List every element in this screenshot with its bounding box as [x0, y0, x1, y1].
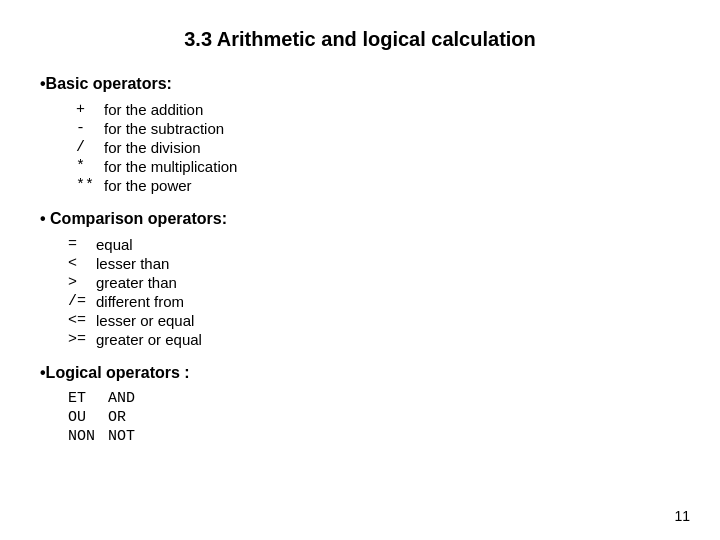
comparison-row-lesser: < lesser than [68, 255, 680, 272]
equal-symbol: = [68, 236, 96, 253]
basic-operators-header: •Basic operators: [40, 75, 680, 93]
subtraction-desc: for the subtraction [104, 120, 224, 137]
greater-equal-symbol: >= [68, 331, 96, 348]
comparison-row-equal: = equal [68, 236, 680, 253]
lesser-equal-symbol: <= [68, 312, 96, 329]
logical-or: OR [108, 409, 126, 426]
different-desc: different from [96, 293, 184, 310]
operator-row-subtraction: - for the subtraction [76, 120, 680, 137]
logical-and: AND [108, 390, 135, 407]
equal-desc: equal [96, 236, 133, 253]
greater-equal-desc: greater or equal [96, 331, 202, 348]
lesser-desc: lesser than [96, 255, 169, 272]
subtraction-symbol: - [76, 120, 104, 137]
logical-ou: OU [68, 409, 108, 426]
different-symbol: /= [68, 293, 96, 310]
operator-row-division: / for the division [76, 139, 680, 156]
operator-row-addition: + for the addition [76, 101, 680, 118]
comparison-operators-list: = equal < lesser than > greater than /= … [68, 236, 680, 348]
power-symbol: ** [76, 177, 104, 194]
basic-operators-list: + for the addition - for the subtraction… [76, 101, 680, 194]
logical-row-not: NON NOT [68, 428, 680, 445]
operator-row-power: ** for the power [76, 177, 680, 194]
logical-operators-header: •Logical operators : [40, 364, 680, 382]
slide-title: 3.3 Arithmetic and logical calculation [40, 28, 680, 51]
greater-desc: greater than [96, 274, 177, 291]
comparison-row-greater: > greater than [68, 274, 680, 291]
logical-et: ET [68, 390, 108, 407]
lesser-equal-desc: lesser or equal [96, 312, 194, 329]
comparison-row-different: /= different from [68, 293, 680, 310]
logical-row-and: ET AND [68, 390, 680, 407]
lesser-symbol: < [68, 255, 96, 272]
power-desc: for the power [104, 177, 192, 194]
comparison-operators-header: • Comparison operators: [40, 210, 680, 228]
logical-non: NON [68, 428, 108, 445]
logical-operators-list: ET AND OU OR NON NOT [68, 390, 680, 445]
multiplication-desc: for the multiplication [104, 158, 237, 175]
operator-row-multiplication: * for the multiplication [76, 158, 680, 175]
addition-desc: for the addition [104, 101, 203, 118]
greater-symbol: > [68, 274, 96, 291]
slide: 3.3 Arithmetic and logical calculation •… [0, 0, 720, 540]
logical-not: NOT [108, 428, 135, 445]
logical-row-or: OU OR [68, 409, 680, 426]
addition-symbol: + [76, 101, 104, 118]
page-number: 11 [674, 508, 690, 524]
division-desc: for the division [104, 139, 201, 156]
comparison-row-greater-equal: >= greater or equal [68, 331, 680, 348]
comparison-row-lesser-equal: <= lesser or equal [68, 312, 680, 329]
multiplication-symbol: * [76, 158, 104, 175]
division-symbol: / [76, 139, 104, 156]
